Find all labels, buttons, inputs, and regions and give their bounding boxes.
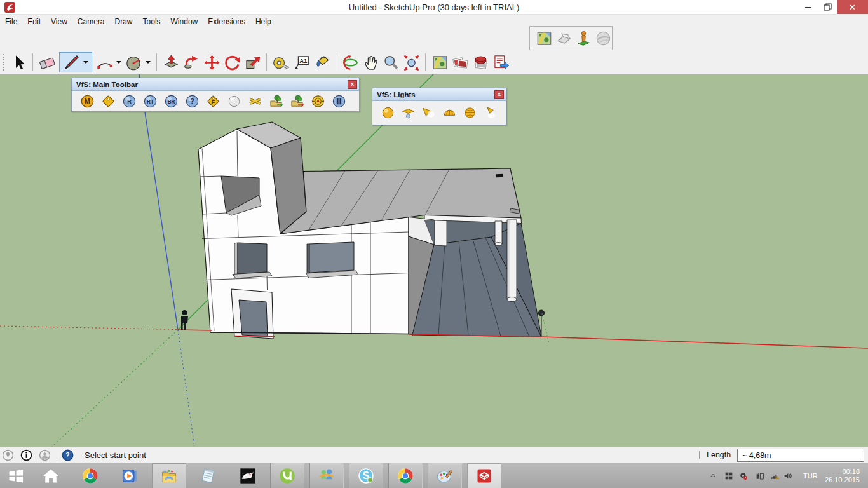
vm-tree-g-icon[interactable] <box>269 93 284 109</box>
dd-icon[interactable] <box>114 53 123 72</box>
line-tool-selected-group[interactable] <box>59 52 92 72</box>
terrain-icon[interactable] <box>555 29 573 47</box>
text-icon[interactable]: A1 <box>292 53 311 72</box>
pan-icon[interactable] <box>361 53 380 72</box>
scale-icon[interactable] <box>243 53 262 72</box>
move-icon[interactable] <box>202 53 221 72</box>
arc-icon[interactable] <box>95 53 114 72</box>
toolbar-drag-handle[interactable] <box>3 53 5 71</box>
taskbar-home-button[interactable] <box>34 463 68 488</box>
maploc-icon[interactable] <box>536 29 553 47</box>
st-q-icon[interactable]: ? <box>62 449 74 461</box>
st-person-icon[interactable] <box>39 449 51 461</box>
light-marker[interactable] <box>539 310 550 344</box>
close-button[interactable]: ✕ <box>837 0 868 14</box>
taskbar: TUR 00:18 26.10.2015 S <box>0 463 868 488</box>
model-viewport[interactable]: VfS: Main Toolbar x MRRTBR?F VfS: Lights… <box>0 74 868 447</box>
vfs-lights-close-icon[interactable]: x <box>494 90 504 99</box>
taskbar-skype-button[interactable]: S <box>349 463 383 488</box>
st-info-icon[interactable] <box>20 449 32 461</box>
vm-rt-icon[interactable]: RT <box>143 93 158 109</box>
orbit-icon[interactable] <box>341 53 360 72</box>
maploc-icon[interactable] <box>430 53 449 72</box>
taskbar-chrome-button[interactable] <box>73 463 107 488</box>
li-omni-icon[interactable] <box>381 105 395 121</box>
vm-ftag-icon[interactable]: F <box>206 93 221 109</box>
zoomext-icon[interactable] <box>402 53 421 72</box>
house-model[interactable] <box>198 122 541 339</box>
taskbar-rhino-button[interactable] <box>231 463 265 488</box>
toolbar-separator <box>336 53 336 71</box>
status-message: Select start point <box>85 451 146 460</box>
li-ies-icon[interactable] <box>463 105 477 121</box>
minimize-button[interactable] <box>799 0 818 14</box>
tray-net-icon[interactable] <box>770 471 780 481</box>
vm-target-icon[interactable] <box>311 93 326 109</box>
zoom-icon[interactable] <box>381 53 400 72</box>
personfig-icon[interactable] <box>575 29 592 47</box>
taskbar-explorer-button[interactable] <box>152 463 186 488</box>
vfs-main-titlebar[interactable]: VfS: Main Toolbar x <box>72 78 359 91</box>
taskbar-sketchup-button[interactable] <box>467 463 501 488</box>
vm-tag-icon[interactable] <box>101 93 116 109</box>
st-geo-icon[interactable] <box>2 449 14 461</box>
globe-icon[interactable] <box>595 29 612 47</box>
menu-view[interactable]: View <box>46 16 72 27</box>
li-rect-icon[interactable] <box>401 105 416 121</box>
tray-up-icon[interactable] <box>708 471 718 481</box>
vfs-lights-titlebar[interactable]: VfS: Lights x <box>372 88 506 101</box>
toolbar-separator <box>425 53 426 71</box>
vm-q-icon[interactable]: ? <box>185 93 200 109</box>
vm-pause-icon[interactable] <box>332 93 347 109</box>
menu-tools[interactable]: Tools <box>138 16 166 27</box>
taskbar-paint-button[interactable] <box>428 463 462 488</box>
tray-clock[interactable]: 00:18 26.10.2015 <box>825 468 860 484</box>
restore-button[interactable] <box>818 0 837 14</box>
rotate-icon[interactable] <box>222 53 241 72</box>
taskbar-chrome2-button[interactable] <box>388 463 423 488</box>
tray-win-icon[interactable] <box>724 471 734 481</box>
vm-tree-r-icon[interactable] <box>290 93 305 109</box>
dd-icon[interactable] <box>144 53 152 72</box>
tray-language[interactable]: TUR <box>803 472 818 480</box>
phototex-icon[interactable] <box>451 53 470 72</box>
li-dome-icon[interactable] <box>442 105 456 121</box>
menu-window[interactable]: Window <box>166 16 203 27</box>
li-down-icon[interactable] <box>483 105 498 121</box>
tray-vol-icon[interactable] <box>783 471 793 481</box>
menu-help[interactable]: Help <box>250 16 276 27</box>
length-input[interactable] <box>737 449 864 462</box>
pushpull-icon[interactable] <box>161 53 180 72</box>
svg-text:M: M <box>85 98 90 105</box>
menu-draw[interactable]: Draw <box>110 16 138 27</box>
menu-extensions[interactable]: Extensions <box>203 16 250 27</box>
menu-camera[interactable]: Camera <box>72 16 110 27</box>
exportdoc-icon[interactable] <box>491 53 510 72</box>
vm-br-icon[interactable]: BR <box>164 93 179 109</box>
taskbar-utorrent-button[interactable] <box>270 463 304 488</box>
vm-cross-icon[interactable] <box>248 93 263 109</box>
tape-icon[interactable] <box>271 53 290 72</box>
select-icon[interactable] <box>9 53 28 72</box>
vfs-main-close-icon[interactable]: x <box>348 80 357 89</box>
line-icon[interactable] <box>62 53 81 72</box>
paint-icon[interactable] <box>312 53 331 72</box>
vm-sphere-icon[interactable] <box>227 93 242 109</box>
dd-icon[interactable] <box>81 53 90 72</box>
scale-figure[interactable] <box>181 310 188 330</box>
eraser-icon[interactable] <box>37 53 57 72</box>
followme-icon[interactable] <box>182 53 201 72</box>
circle-icon[interactable] <box>124 53 143 72</box>
vm-m-icon[interactable]: M <box>80 93 95 109</box>
li-spot-icon[interactable] <box>421 105 436 121</box>
vm-r-icon[interactable]: R <box>122 93 137 109</box>
taskbar-notepad-button[interactable] <box>191 463 226 488</box>
menu-edit[interactable]: Edit <box>22 16 46 27</box>
menu-file[interactable]: File <box>0 16 22 27</box>
photomatch-icon[interactable] <box>471 53 490 72</box>
taskbar-start-button[interactable] <box>0 463 33 488</box>
taskbar-messenger-button[interactable] <box>309 463 344 488</box>
tray-power-icon[interactable] <box>755 471 765 481</box>
tray-eject-icon[interactable] <box>738 471 749 481</box>
taskbar-wmp-button[interactable] <box>112 463 147 488</box>
